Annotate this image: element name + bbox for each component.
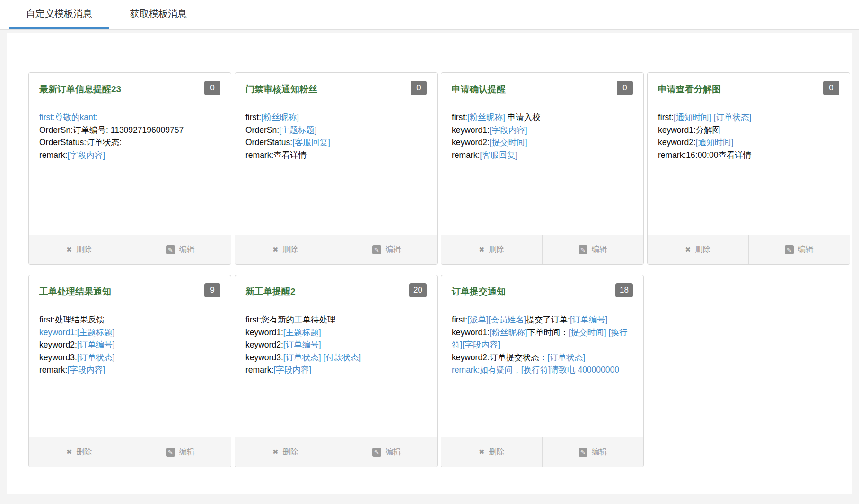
edit-button[interactable]: ✎ 编辑 xyxy=(336,437,438,467)
delete-button-label: 删除 xyxy=(489,447,505,457)
body-line: keyword2:[订单编号] xyxy=(245,339,427,351)
template-card: 订单提交通知 18 first:[派单][会员姓名]提交了订单:[订单编号]ke… xyxy=(441,275,644,467)
placeholder-token: first:尊敬的kant: xyxy=(39,113,98,122)
plain-text: OrderSn: xyxy=(245,125,279,135)
edit-button[interactable]: ✎ 编辑 xyxy=(130,235,231,264)
delete-button-label: 删除 xyxy=(77,244,92,255)
card-footer: ✖ 删除 ✎ 编辑 xyxy=(441,235,643,264)
edit-button[interactable]: ✎ 编辑 xyxy=(336,235,438,264)
edit-button[interactable]: ✎ 编辑 xyxy=(543,437,644,467)
pencil-square-icon: ✎ xyxy=(166,448,175,457)
placeholder-token: [客服回复] xyxy=(480,150,517,160)
delete-button[interactable]: ✖ 删除 xyxy=(441,235,543,264)
x-icon: ✖ xyxy=(479,245,485,254)
placeholder-token: [字段内容] xyxy=(273,365,311,374)
edit-button-label: 编辑 xyxy=(592,244,607,255)
card-footer: ✖ 删除 ✎ 编辑 xyxy=(235,235,437,264)
card-title: 工单处理结果通知 xyxy=(39,287,111,296)
placeholder-token: [会员姓名] xyxy=(489,315,526,324)
body-line: remark:如有疑问，[换行符]请致电 400000000 xyxy=(452,364,633,376)
body-line: OrderSn:订单编号: 1130927196009757 xyxy=(39,124,220,137)
body-line: OrderStatus:[客服回复] xyxy=(245,136,427,149)
body-line: keyword1:[主题标题] xyxy=(245,326,427,339)
plain-text: keyword1: xyxy=(452,125,490,135)
body-line: first:尊敬的kant: xyxy=(39,111,220,124)
body-line: keyword1:[粉丝昵称]下单时间：[提交时间] [换行符][字段内容] xyxy=(452,326,633,351)
placeholder-token: [主题标题] xyxy=(283,328,321,337)
placeholder-token: [客服回复] xyxy=(292,138,330,147)
plain-text: remark:查看详情 xyxy=(245,150,307,160)
template-card: 最新订单信息提醒23 0 first:尊敬的kant:OrderSn:订单编号:… xyxy=(28,72,231,265)
placeholder-token: remark:如有疑问，[换行符]请致电 400000000 xyxy=(452,365,619,374)
card-header: 新工单提醒2 20 xyxy=(245,275,427,306)
card-title: 申请确认提醒 xyxy=(452,84,506,94)
delete-button[interactable]: ✖ 删除 xyxy=(235,437,336,467)
template-card: 申请确认提醒 0 first:[粉丝昵称] 申请入校keyword1:[字段内容… xyxy=(441,72,644,265)
placeholder-token: [订单编号] xyxy=(77,340,115,349)
body-line: remark:[字段内容] xyxy=(39,149,220,162)
placeholder-token: [订单状态] xyxy=(77,353,115,362)
pencil-square-icon: ✎ xyxy=(785,245,794,254)
delete-button[interactable]: ✖ 删除 xyxy=(648,235,749,264)
x-icon: ✖ xyxy=(272,448,279,456)
body-line: keyword1:分解图 xyxy=(658,124,839,137)
pencil-square-icon: ✎ xyxy=(579,448,587,457)
pencil-square-icon: ✎ xyxy=(372,245,381,254)
delete-button-label: 删除 xyxy=(77,447,92,457)
tab-fetch-template-messages[interactable]: 获取模板消息 xyxy=(109,0,208,29)
plain-text: keyword1: xyxy=(245,328,283,337)
card-header: 门禁审核通知粉丝 0 xyxy=(245,73,427,104)
plain-text: first: xyxy=(452,113,467,122)
card-header: 最新订单信息提醒23 0 xyxy=(39,73,220,104)
edit-button-label: 编辑 xyxy=(798,244,814,255)
card-footer: ✖ 删除 ✎ 编辑 xyxy=(29,437,231,467)
edit-button[interactable]: ✎ 编辑 xyxy=(543,235,644,264)
plain-text: keyword2: xyxy=(39,340,77,349)
body-line: OrderSn:[主题标题] xyxy=(245,124,427,137)
page: 自定义模板消息 获取模板消息 最新订单信息提醒23 0 first:尊敬的kan… xyxy=(0,0,859,494)
delete-button[interactable]: ✖ 删除 xyxy=(235,235,336,264)
edit-button-label: 编辑 xyxy=(179,447,195,457)
card-header: 申请确认提醒 0 xyxy=(452,73,633,104)
plain-text: remark: xyxy=(39,365,67,374)
template-card: 申请查看分解图 0 first:[通知时间] [订单状态]keyword1:分解… xyxy=(647,72,850,265)
tab-custom-template-messages[interactable]: 自定义模板消息 xyxy=(9,0,109,29)
body-line: first:您有新的工单待处理 xyxy=(245,313,427,326)
delete-button[interactable]: ✖ 删除 xyxy=(29,235,130,264)
plain-text: first: xyxy=(452,315,467,324)
card-header: 申请查看分解图 0 xyxy=(658,73,839,104)
x-icon: ✖ xyxy=(66,245,72,254)
plain-text: keyword1:分解图 xyxy=(658,125,720,135)
x-icon: ✖ xyxy=(685,245,691,254)
plain-text: OrderStatus: xyxy=(245,138,292,147)
delete-button[interactable]: ✖ 删除 xyxy=(441,437,543,467)
count-badge: 20 xyxy=(409,283,427,297)
count-badge: 0 xyxy=(411,81,427,95)
content-panel: 最新订单信息提醒23 0 first:尊敬的kant:OrderSn:订单编号:… xyxy=(7,33,852,494)
body-line: keyword2:[通知时间] xyxy=(658,136,839,149)
placeholder-token: [订单编号] xyxy=(570,315,608,324)
delete-button[interactable]: ✖ 删除 xyxy=(29,437,130,467)
edit-button[interactable]: ✎ 编辑 xyxy=(130,437,231,467)
body-line: remark:查看详情 xyxy=(245,149,427,162)
body-line: remark:[字段内容] xyxy=(245,364,427,376)
edit-button[interactable]: ✎ 编辑 xyxy=(749,235,850,264)
template-card: 门禁审核通知粉丝 0 first:[粉丝昵称]OrderSn:[主题标题]Ord… xyxy=(235,72,438,265)
placeholder-token: [订单状态] xyxy=(283,353,321,362)
placeholder-token: [提交时间] xyxy=(490,138,527,147)
plain-text: remark:16:00:00查看详情 xyxy=(658,150,751,160)
template-card: 新工单提醒2 20 first:您有新的工单待处理keyword1:[主题标题]… xyxy=(235,275,438,467)
plain-text: remark: xyxy=(245,365,273,374)
plain-text: 提交了订单: xyxy=(526,315,570,324)
plain-text: first: xyxy=(658,113,674,122)
card-body: first:[粉丝昵称] 申请入校keyword1:[字段内容]keyword2… xyxy=(441,104,643,235)
card-title: 申请查看分解图 xyxy=(658,84,721,94)
body-line: first:[粉丝昵称] 申请入校 xyxy=(452,111,633,124)
plain-text: keyword2: xyxy=(452,138,490,147)
placeholder-token: [字段内容] xyxy=(462,340,500,349)
body-line: remark:[字段内容] xyxy=(39,364,220,376)
card-title: 订单提交通知 xyxy=(452,287,506,296)
plain-text: remark: xyxy=(39,150,67,160)
placeholder-token: [主题标题] xyxy=(279,125,317,135)
count-badge: 0 xyxy=(823,81,839,95)
